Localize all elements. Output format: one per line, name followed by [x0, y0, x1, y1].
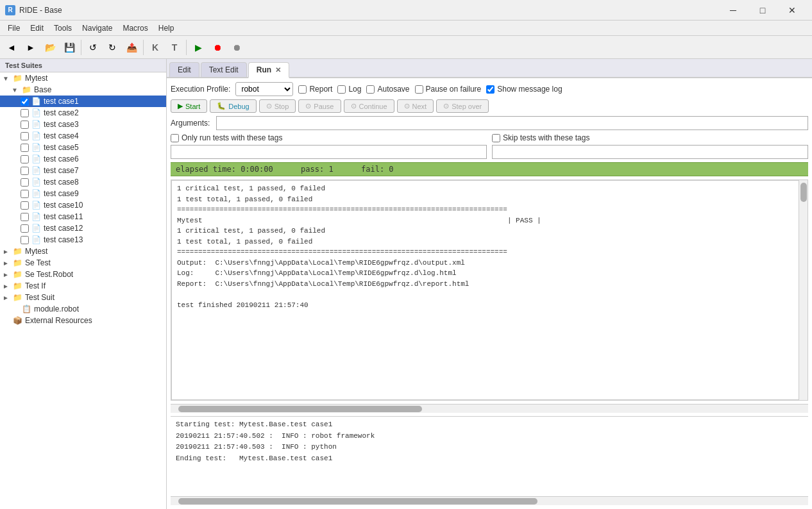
toolbar-forward-button[interactable]: ►: [22, 38, 40, 56]
tree-item-tc7[interactable]: 📄 test case7: [0, 165, 166, 176]
tree-item-tc3[interactable]: 📄 test case3: [0, 119, 166, 130]
show-msglog-checkbox-label[interactable]: Show message log: [486, 85, 562, 94]
checkbox-tc3[interactable]: [21, 121, 29, 129]
arguments-input[interactable]: [216, 116, 808, 130]
log-area[interactable]: Starting test: Mytest.Base.test case1 20…: [171, 416, 808, 493]
report-checkbox-label[interactable]: Report: [298, 85, 332, 94]
checkbox-tc4[interactable]: [21, 132, 29, 140]
output-vscrollbar[interactable]: [799, 180, 808, 400]
execution-profile-select[interactable]: robot pybot jybot: [235, 82, 293, 96]
autosave-checkbox-label[interactable]: Autosave: [366, 85, 409, 94]
toolbar-refresh2-button[interactable]: ↻: [103, 38, 121, 56]
checkbox-tc12[interactable]: [21, 224, 29, 233]
tree-item-tc5[interactable]: 📄 test case5: [0, 142, 166, 153]
tab-run[interactable]: Run ✕: [248, 62, 289, 78]
tree-item-tc6[interactable]: 📄 test case6: [0, 153, 166, 165]
tree-item-mytest[interactable]: ▼ 📁 Mytest: [0, 72, 166, 84]
menu-tools[interactable]: Tools: [49, 22, 77, 34]
output-area[interactable]: 1 critical test, 1 passed, 0 failed 1 te…: [171, 180, 808, 400]
menu-navigate[interactable]: Navigate: [77, 22, 117, 34]
pause-failure-checkbox[interactable]: [415, 85, 423, 94]
checkbox-tc2[interactable]: [21, 109, 29, 117]
only-run-tags-input[interactable]: [171, 145, 487, 159]
debug-button[interactable]: 🐛 Debug: [210, 99, 256, 113]
autosave-checkbox[interactable]: [366, 85, 375, 94]
toolbar-back-button[interactable]: ◄: [3, 38, 21, 56]
output-vscroll-thumb[interactable]: [800, 183, 807, 202]
log-checkbox[interactable]: [337, 85, 346, 94]
tab-edit[interactable]: Edit: [169, 62, 199, 77]
log-hscrollbar[interactable]: [171, 496, 808, 505]
tree-item-tc8[interactable]: 📄 test case8: [0, 176, 166, 188]
skip-tags-input[interactable]: [492, 145, 808, 159]
menu-macros[interactable]: Macros: [117, 22, 153, 34]
skip-tags-label[interactable]: Skip tests with these tags: [492, 133, 808, 142]
only-run-tags-checkbox[interactable]: [171, 134, 179, 142]
checkbox-tc10[interactable]: [21, 201, 29, 210]
checkbox-tc11[interactable]: [21, 213, 29, 221]
checkbox-tc6[interactable]: [21, 155, 29, 163]
output-hscrollbar[interactable]: [171, 404, 808, 413]
tree-item-mytest2[interactable]: ► 📁 Mytest: [0, 246, 166, 257]
next-button[interactable]: ⊙ Next: [397, 99, 434, 113]
tree-item-tc10[interactable]: 📄 test case10: [0, 199, 166, 211]
tree-item-extresources[interactable]: 📦 External Resources: [0, 315, 166, 326]
checkbox-tc13[interactable]: [21, 236, 29, 244]
menu-file[interactable]: File: [3, 22, 25, 34]
checkbox-tc9[interactable]: [21, 190, 29, 198]
toggle-mytest2[interactable]: ►: [3, 248, 12, 255]
close-button[interactable]: ✕: [777, 0, 807, 21]
toggle-setestrobot[interactable]: ►: [3, 271, 12, 278]
toolbar-save-button[interactable]: 💾: [60, 38, 78, 56]
toggle-testif[interactable]: ►: [3, 283, 12, 290]
tree-item-tc4[interactable]: 📄 test case4: [0, 130, 166, 142]
pause-failure-checkbox-label[interactable]: Pause on failure: [415, 85, 482, 94]
toolbar-t-button[interactable]: T: [165, 38, 183, 56]
menu-edit[interactable]: Edit: [25, 22, 49, 34]
tree-item-tc9[interactable]: 📄 test case9: [0, 188, 166, 199]
stepover-button[interactable]: ⊙ Step over: [436, 99, 489, 113]
start-button[interactable]: ▶ Start: [171, 99, 207, 113]
tree-item-tc12[interactable]: 📄 test case12: [0, 222, 166, 234]
tree-item-modulerobot[interactable]: 📋 module.robot: [0, 303, 166, 315]
maximize-button[interactable]: □: [748, 0, 777, 21]
tree-item-tc11[interactable]: 📄 test case11: [0, 211, 166, 222]
checkbox-tc7[interactable]: [21, 167, 29, 175]
tree-item-base[interactable]: ▼ 📁 Base: [0, 84, 166, 96]
checkbox-tc8[interactable]: [21, 178, 29, 187]
toolbar-k-button[interactable]: K: [146, 38, 164, 56]
pause-button[interactable]: ⊙ Pause: [298, 99, 341, 113]
menu-help[interactable]: Help: [153, 22, 180, 34]
tab-textedit[interactable]: Text Edit: [201, 62, 247, 77]
stop-button[interactable]: ⊙ Stop: [259, 99, 296, 113]
log-hscroll-thumb[interactable]: [178, 498, 537, 505]
continue-button[interactable]: ⊙ Continue: [344, 99, 394, 113]
toolbar-refresh-button[interactable]: ↺: [84, 38, 102, 56]
tree-item-setestrobot[interactable]: ► 📁 Se Test.Robot: [0, 269, 166, 280]
show-msglog-checkbox[interactable]: [486, 85, 495, 94]
checkbox-tc5[interactable]: [21, 144, 29, 152]
toggle-mytest[interactable]: ▼: [3, 75, 12, 82]
report-checkbox[interactable]: [298, 85, 307, 94]
tree-item-testsuit[interactable]: ► 📁 Test Suit: [0, 292, 166, 303]
toolbar-export-button[interactable]: 📤: [123, 38, 140, 56]
toolbar-play-button[interactable]: ▶: [189, 38, 207, 56]
tree-item-tc13[interactable]: 📄 test case13: [0, 234, 166, 246]
toolbar-record-button[interactable]: ⏺: [228, 38, 246, 56]
toolbar-open-button[interactable]: 📂: [41, 38, 59, 56]
hscroll-thumb[interactable]: [178, 406, 422, 412]
tree-item-setest[interactable]: ► 📁 Se Test: [0, 257, 166, 269]
toggle-base[interactable]: ▼: [12, 87, 21, 94]
log-checkbox-label[interactable]: Log: [337, 85, 361, 94]
toggle-testsuit[interactable]: ►: [3, 294, 12, 301]
checkbox-tc1[interactable]: [21, 97, 29, 106]
tree-item-tc2[interactable]: 📄 test case2: [0, 107, 166, 119]
tab-run-close[interactable]: ✕: [275, 66, 281, 74]
tree-item-tc1[interactable]: 📄 test case1: [0, 96, 166, 107]
tree-item-testif[interactable]: ► 📁 Test If: [0, 280, 166, 292]
toolbar-stop-button[interactable]: ⏺: [208, 38, 226, 56]
minimize-button[interactable]: ─: [718, 0, 748, 21]
skip-tags-checkbox[interactable]: [492, 134, 500, 142]
toggle-setest[interactable]: ►: [3, 260, 12, 267]
only-run-tags-label[interactable]: Only run tests with these tags: [171, 133, 487, 142]
